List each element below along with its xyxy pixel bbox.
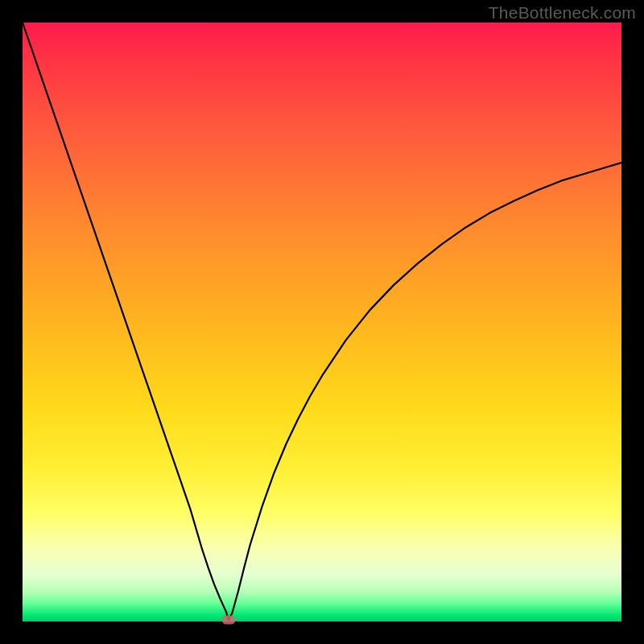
chart-plot-area [23, 23, 621, 621]
chart-frame: TheBottleneck.com [0, 0, 644, 644]
watermark-text: TheBottleneck.com [489, 3, 636, 23]
optimal-point-marker [221, 615, 235, 624]
bottleneck-curve [23, 23, 621, 621]
